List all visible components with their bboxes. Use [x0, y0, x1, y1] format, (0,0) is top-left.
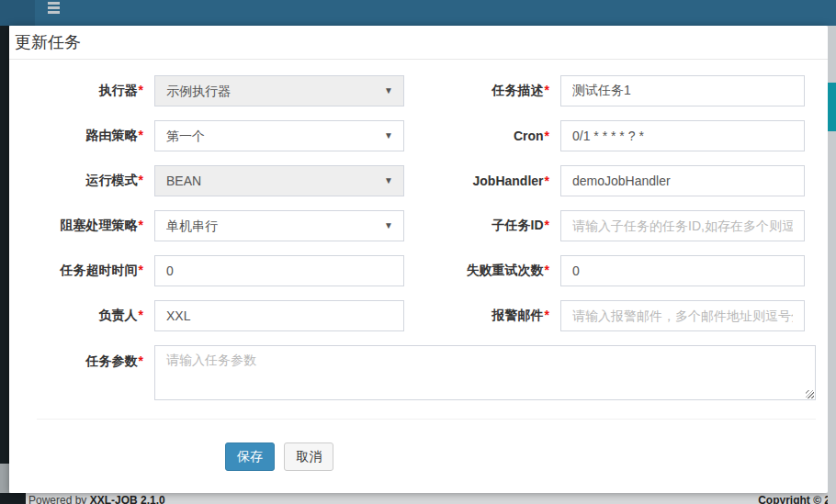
form-row: 任务超时时间* 失败重试次数*: [29, 255, 816, 286]
glue-type-select[interactable]: BEAN: [154, 165, 404, 196]
navbar-logo-area: [0, 0, 35, 26]
save-button[interactable]: 保存: [225, 442, 275, 471]
route-strategy-select[interactable]: 第一个: [154, 120, 404, 151]
scrollbar-thumb[interactable]: [828, 83, 836, 131]
job-params-textarea[interactable]: [154, 345, 816, 400]
brand-version: XXL-JOB 2.1.0: [90, 494, 165, 504]
child-jobid-input[interactable]: [560, 210, 805, 241]
alarm-email-input[interactable]: [560, 300, 805, 331]
required-asterisk: *: [545, 83, 549, 97]
button-row: 保存 取消: [29, 442, 816, 471]
job-desc-label: 任务描述*: [404, 83, 560, 99]
block-strategy-label: 阻塞处理策略*: [29, 218, 154, 234]
required-asterisk: *: [545, 308, 549, 322]
update-job-form: 执行器* 示例执行器 ▼ 任务描述* 路由策略* 第一个 ▼ Cron* 运行模…: [9, 60, 828, 471]
sidebar: [0, 26, 9, 504]
required-asterisk: *: [545, 218, 549, 232]
cron-input[interactable]: [560, 120, 805, 151]
required-asterisk: *: [545, 263, 549, 277]
required-asterisk: *: [139, 263, 143, 277]
update-job-modal: 更新任务 执行器* 示例执行器 ▼ 任务描述* 路由策略* 第一个 ▼ Cron…: [9, 26, 828, 493]
child-jobid-label: 子任务ID*: [404, 218, 560, 234]
required-asterisk: *: [139, 128, 143, 142]
jobhandler-input[interactable]: [560, 165, 805, 196]
required-asterisk: *: [139, 173, 143, 187]
required-asterisk: *: [545, 129, 549, 143]
jobhandler-label: JobHandler*: [404, 174, 560, 188]
sidebar-footer-sliver: [0, 464, 9, 493]
modal-title: 更新任务: [9, 26, 828, 60]
timeout-label: 任务超时时间*: [29, 263, 154, 279]
form-divider: [37, 419, 816, 420]
author-label: 负责人*: [29, 308, 154, 324]
executor-select[interactable]: 示例执行器: [154, 75, 404, 106]
form-row: 路由策略* 第一个 ▼ Cron*: [29, 120, 816, 151]
executor-label: 执行器*: [29, 83, 154, 99]
required-asterisk: *: [139, 83, 143, 97]
page-scrollbar[interactable]: [828, 26, 836, 504]
route-strategy-label: 路由策略*: [29, 128, 154, 144]
page-footer: Powered by XXL-JOB 2.1.0 Copyright © 2: [0, 493, 836, 504]
required-asterisk: *: [139, 218, 143, 232]
cron-label: Cron*: [404, 129, 560, 143]
powered-by-text: Powered by XXL-JOB 2.1.0: [28, 494, 165, 504]
required-asterisk: *: [139, 353, 143, 368]
menu-icon[interactable]: [48, 2, 61, 17]
cancel-button[interactable]: 取消: [284, 442, 333, 471]
required-asterisk: *: [139, 308, 143, 322]
form-row: 运行模式* BEAN ▼ JobHandler*: [29, 165, 816, 196]
sidebar-corner: [0, 493, 26, 504]
form-row: 执行器* 示例执行器 ▼ 任务描述*: [29, 75, 816, 106]
copyright-text: Copyright © 2: [758, 494, 830, 504]
job-desc-input[interactable]: [560, 75, 805, 106]
fail-retry-label: 失败重试次数*: [404, 263, 560, 279]
required-asterisk: *: [545, 174, 549, 188]
fail-retry-input[interactable]: [560, 255, 805, 286]
top-navbar: [0, 0, 836, 26]
glue-type-label: 运行模式*: [29, 173, 154, 189]
timeout-input[interactable]: [154, 255, 404, 286]
form-row: 阻塞处理策略* 单机串行 ▼ 子任务ID*: [29, 210, 816, 241]
author-input[interactable]: [154, 300, 404, 331]
alarm-email-label: 报警邮件*: [404, 308, 560, 324]
block-strategy-select[interactable]: 单机串行: [154, 210, 404, 241]
form-row: 负责人* 报警邮件*: [29, 300, 816, 331]
job-params-label: 任务参数*: [29, 345, 154, 370]
form-row: 任务参数*: [29, 345, 816, 400]
